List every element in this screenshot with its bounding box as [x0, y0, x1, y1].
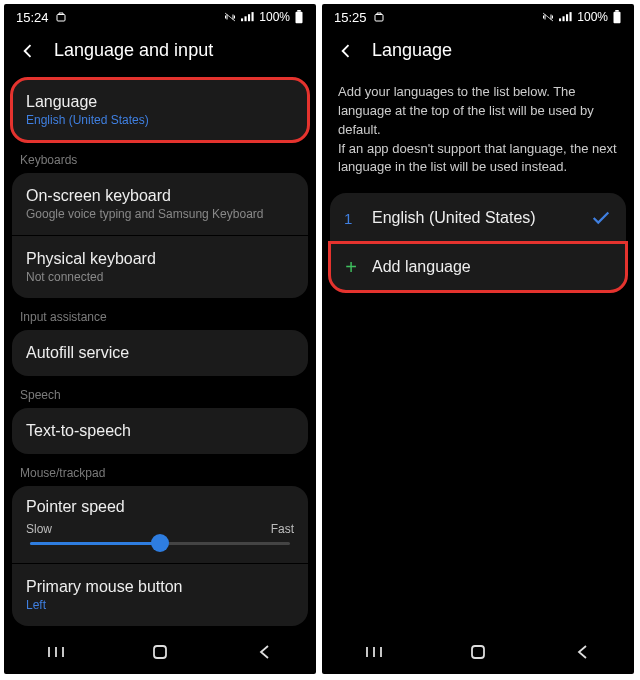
screen-language-and-input: 15:24 100% Language and input Language E…: [4, 4, 316, 674]
back-icon[interactable]: [18, 41, 38, 61]
onscreen-keyboard-row[interactable]: On-screen keyboard Google voice typing a…: [12, 173, 308, 235]
add-language-row[interactable]: + Add language: [330, 243, 626, 291]
signal-icon: [241, 11, 255, 23]
svg-rect-3: [248, 14, 250, 21]
svg-rect-13: [614, 12, 621, 23]
back-icon[interactable]: [336, 41, 356, 61]
language-title: Language: [26, 93, 294, 111]
screenshot-icon: [55, 11, 67, 23]
status-time: 15:25: [334, 10, 367, 25]
battery-icon: [612, 10, 622, 24]
back-button[interactable]: [571, 641, 593, 663]
primary-mouse-row[interactable]: Primary mouse button Left: [12, 564, 308, 626]
recents-button[interactable]: [363, 641, 385, 663]
svg-rect-5: [296, 12, 303, 23]
tts-row[interactable]: Text-to-speech: [12, 408, 308, 454]
svg-rect-15: [472, 646, 484, 658]
pointer-speed-slider[interactable]: [30, 542, 290, 545]
screen-language: 15:25 100% Language Add your languages t…: [322, 4, 634, 674]
plus-icon: +: [344, 257, 358, 277]
svg-rect-9: [559, 18, 561, 21]
slider-slow-label: Slow: [26, 522, 52, 536]
svg-rect-6: [297, 10, 301, 12]
section-input-assistance: Input assistance: [4, 298, 316, 330]
page-title: Language and input: [54, 40, 213, 61]
language-index: 1: [344, 210, 358, 227]
vibrate-icon: [541, 11, 555, 23]
vibrate-icon: [223, 11, 237, 23]
status-bar: 15:25 100%: [322, 4, 634, 30]
header: Language and input: [4, 30, 316, 79]
physical-keyboard-row[interactable]: Physical keyboard Not connected: [12, 236, 308, 298]
page-title: Language: [372, 40, 452, 61]
status-time: 15:24: [16, 10, 49, 25]
add-language-label: Add language: [372, 258, 612, 276]
svg-rect-11: [566, 14, 568, 21]
physical-keyboard-subtitle: Not connected: [26, 270, 294, 284]
svg-rect-8: [375, 15, 383, 22]
section-keyboards: Keyboards: [4, 141, 316, 173]
onscreen-keyboard-title: On-screen keyboard: [26, 187, 294, 205]
navigation-bar: [322, 630, 634, 674]
svg-rect-12: [570, 12, 572, 21]
section-speech: Speech: [4, 376, 316, 408]
svg-rect-10: [563, 16, 565, 21]
header: Language: [322, 30, 634, 79]
pointer-speed-row: Pointer speed Slow Fast: [12, 486, 308, 563]
svg-rect-14: [615, 10, 619, 12]
onscreen-keyboard-subtitle: Google voice typing and Samsung Keyboard: [26, 207, 294, 221]
home-button[interactable]: [467, 641, 489, 663]
physical-keyboard-title: Physical keyboard: [26, 250, 294, 268]
status-bar: 15:24 100%: [4, 4, 316, 30]
back-button[interactable]: [253, 641, 275, 663]
battery-icon: [294, 10, 304, 24]
recents-button[interactable]: [45, 641, 67, 663]
autofill-title: Autofill service: [26, 344, 294, 362]
svg-rect-0: [57, 15, 65, 22]
battery-percent: 100%: [577, 10, 608, 24]
svg-rect-7: [154, 646, 166, 658]
slider-fast-label: Fast: [271, 522, 294, 536]
svg-rect-1: [241, 18, 243, 21]
pointer-speed-title: Pointer speed: [26, 498, 294, 516]
screenshot-icon: [373, 11, 385, 23]
language-name: English (United States): [372, 209, 576, 227]
description-text: Add your languages to the list below. Th…: [322, 79, 634, 193]
tts-title: Text-to-speech: [26, 422, 294, 440]
primary-mouse-subtitle: Left: [26, 598, 294, 612]
check-icon: [590, 207, 612, 229]
signal-icon: [559, 11, 573, 23]
autofill-row[interactable]: Autofill service: [12, 330, 308, 376]
slider-thumb[interactable]: [151, 534, 169, 552]
language-item-1[interactable]: 1 English (United States): [330, 193, 626, 243]
home-button[interactable]: [149, 641, 171, 663]
primary-mouse-title: Primary mouse button: [26, 578, 294, 596]
navigation-bar: [4, 630, 316, 674]
svg-rect-2: [245, 16, 247, 21]
language-subtitle: English (United States): [26, 113, 294, 127]
section-mouse: Mouse/trackpad: [4, 454, 316, 486]
svg-rect-4: [252, 12, 254, 21]
battery-percent: 100%: [259, 10, 290, 24]
language-row[interactable]: Language English (United States): [12, 79, 308, 141]
